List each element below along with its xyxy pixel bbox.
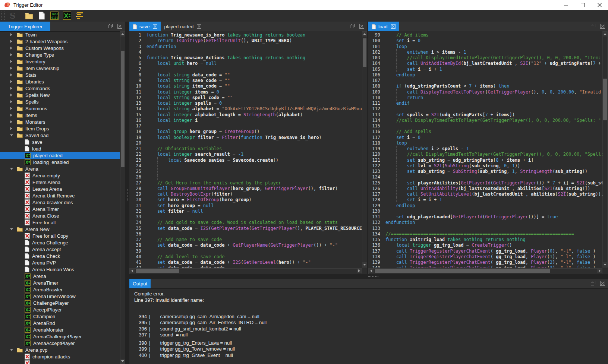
collapsed-arrow-icon[interactable] xyxy=(10,100,14,104)
code-line[interactable]: 139 call TriggerRegisterPlayerChatEvent(… xyxy=(368,260,602,265)
tree-item-arena-check[interactable]: Arena Check xyxy=(0,253,120,259)
float-panel-icon[interactable] xyxy=(108,24,113,28)
tree-item-item-ownership[interactable]: Item Ownership xyxy=(0,65,120,72)
trigger-x-button[interactable] xyxy=(62,11,72,20)
code-line[interactable]: 24 xyxy=(129,163,362,169)
code-line[interactable]: 136 local trigger gg_trg_load = CreateTr… xyxy=(368,243,602,248)
tree-item-arenarnd[interactable]: ArenaRnd xyxy=(0,320,120,326)
tree-item-free-for-all[interactable]: Free for all xyxy=(0,219,120,226)
code-line[interactable]: 121 set sub_string = udg_stringParts[8 +… xyxy=(368,158,602,163)
collapsed-arrow-icon[interactable] xyxy=(10,127,14,130)
code-line[interactable]: 105 set i = i + 1 xyxy=(368,67,602,72)
code-line[interactable]: 28 call GroupEnumUnitsOfPlayer(hero_grou… xyxy=(129,186,362,192)
code-line[interactable]: 34 // Add gold to save code. Wood is cal… xyxy=(129,220,362,225)
tab-close-icon[interactable] xyxy=(153,24,157,29)
float-panel-icon[interactable] xyxy=(350,24,355,28)
minimize-button[interactable] xyxy=(558,0,574,10)
code-line[interactable]: 27 // Get Hero from the units owned by t… xyxy=(129,180,362,186)
tree-item-load[interactable]: load xyxy=(0,145,120,152)
scroll-down-button[interactable] xyxy=(603,262,607,267)
code-line[interactable]: 137 call TriggerRegisterPlayerChatEvent(… xyxy=(368,249,602,254)
tree-item-arena-empty[interactable]: Arena empty xyxy=(0,172,120,179)
code-line[interactable]: 5function Trig_newsave_Actions takes not… xyxy=(129,55,362,61)
scroll-up-button[interactable] xyxy=(603,32,607,37)
tree-item-arena[interactable]: Arena xyxy=(0,165,120,172)
tree-item-inventory[interactable]: Inventory xyxy=(0,58,120,65)
code-line[interactable]: 37 // Add name to save code xyxy=(129,237,362,243)
tree-item-arena-pvp[interactable]: Arena PVP xyxy=(0,259,120,266)
code-line[interactable]: 127 call SetUnitAbilityLevel(bj_lastCrea… xyxy=(368,192,602,197)
code-line[interactable]: 12 local string spell_code = "" xyxy=(129,95,362,101)
editor-vscrollbar[interactable] xyxy=(602,31,608,268)
code-line[interactable]: 110 return xyxy=(368,95,602,101)
scroll-right-button[interactable] xyxy=(597,269,602,273)
code-line[interactable]: 30 set hero = FirstOfGroup(hero_group) xyxy=(129,197,362,203)
code-line[interactable]: 39 xyxy=(129,249,362,254)
tree-item-monsters[interactable]: Monsters xyxy=(0,118,120,125)
code-line[interactable]: 9 local string save_code = "" xyxy=(129,78,362,83)
code-line[interactable]: 13 local integer spells = 0 xyxy=(129,101,362,106)
tree-item-arena-pvp[interactable]: Arena pvp xyxy=(0,346,120,353)
code-line[interactable]: 106 endloop xyxy=(368,72,602,78)
text-list-button[interactable] xyxy=(75,11,85,20)
collapsed-arrow-icon[interactable] xyxy=(10,107,14,110)
scroll-down-button[interactable] xyxy=(120,359,125,364)
close-panel-icon[interactable] xyxy=(600,281,605,286)
scroll-up-button[interactable] xyxy=(362,32,367,37)
code-line[interactable]: 115 xyxy=(368,123,602,129)
tree-item-enters-arena[interactable]: Enters Arena xyxy=(0,179,120,186)
tree-item-loading-enabled[interactable]: loading_enabled xyxy=(0,159,120,165)
tree-item-arena-timer[interactable]: Arena Timer xyxy=(0,206,120,212)
code-line[interactable]: 112 xyxy=(368,106,602,112)
code-line[interactable]: 103 //call DisplayTimedTextToPlayer(GetT… xyxy=(368,55,602,61)
tree-item-stats[interactable]: Stats xyxy=(0,72,120,78)
tab-trigger-explorer[interactable]: Trigger Explorer xyxy=(0,22,50,31)
collapsed-arrow-icon[interactable] xyxy=(10,66,14,70)
code-line[interactable]: 128 set i = i + 1 xyxy=(368,197,602,203)
tree-item-arena-close[interactable]: Arena Close xyxy=(0,212,120,219)
collapsed-arrow-icon[interactable] xyxy=(10,80,14,83)
script-scroll-button[interactable]: S xyxy=(8,11,18,20)
code-line[interactable]: 20 xyxy=(129,140,362,146)
collapsed-arrow-icon[interactable] xyxy=(10,120,14,124)
tab-close-icon[interactable] xyxy=(391,24,396,29)
code-line[interactable]: 124 xyxy=(368,174,602,180)
code-line[interactable]: 120 //call DisplayTimedTextToPlayer(GetT… xyxy=(368,152,602,157)
code-line[interactable]: 19 local boolexpr filter = Filter(functi… xyxy=(129,135,362,140)
tree-item-change-type[interactable]: Change Type xyxy=(0,51,120,58)
collapsed-arrow-icon[interactable] xyxy=(10,93,14,97)
code-line[interactable]: 99 // Add items xyxy=(368,32,602,38)
scrollbar-thumb[interactable] xyxy=(363,38,366,67)
tree-item-arena-brawler-dies[interactable]: Arena brawler dies xyxy=(0,199,120,206)
tree-item-arenaacceptplayer[interactable]: ArenaAcceptPlayer xyxy=(0,340,120,346)
code-line[interactable]: 23 local Savecode savies = Savecode.crea… xyxy=(129,158,362,163)
tree-item-leaves-arena[interactable]: Leaves Arena xyxy=(0,186,120,192)
expanded-arrow-icon[interactable] xyxy=(10,228,14,231)
scrollbar-thumb[interactable] xyxy=(603,79,607,120)
editor-hscrollbar[interactable] xyxy=(129,268,362,274)
maximize-button[interactable] xyxy=(574,0,591,10)
tree-item-playerloaded[interactable]: playerLoaded xyxy=(0,152,120,159)
binary-file-button[interactable]: 10100101 xyxy=(50,11,59,20)
output-splitter[interactable] xyxy=(129,274,608,279)
code-editor-save[interactable]: 1function Trig_newsave_is_hero takes not… xyxy=(129,31,362,268)
scrollbar-thumb[interactable] xyxy=(375,269,550,273)
code-line[interactable]: 100 set i = 0 xyxy=(368,38,602,44)
code-line[interactable]: 11 local integer items = 0 xyxy=(129,89,362,95)
tab-load[interactable]: load xyxy=(368,22,399,31)
code-line[interactable]: 14 local string alphabet = "XOkAxFtTYD12… xyxy=(129,106,362,112)
new-file-button[interactable] xyxy=(37,11,47,20)
scrollbar-thumb[interactable] xyxy=(121,51,125,167)
collapsed-arrow-icon[interactable] xyxy=(10,73,14,77)
scroll-left-button[interactable] xyxy=(369,269,374,273)
explorer-scrollbar[interactable] xyxy=(120,31,125,364)
float-panel-icon[interactable] xyxy=(591,24,595,28)
code-line[interactable]: 21 // Obfuscation variables xyxy=(129,146,362,152)
code-line[interactable]: 8 local string data_code = "" xyxy=(129,72,362,78)
code-line[interactable]: 29 call DestroyBoolExpr(filter) xyxy=(129,192,362,197)
tree-item-commands[interactable]: Commands xyxy=(0,85,120,92)
code-line[interactable]: 18 local group hero_group = CreateGroup(… xyxy=(129,129,362,134)
code-line[interactable]: 6 local unit hero = null xyxy=(129,61,362,66)
scroll-down-button[interactable] xyxy=(362,262,367,267)
collapsed-arrow-icon[interactable] xyxy=(10,39,14,43)
